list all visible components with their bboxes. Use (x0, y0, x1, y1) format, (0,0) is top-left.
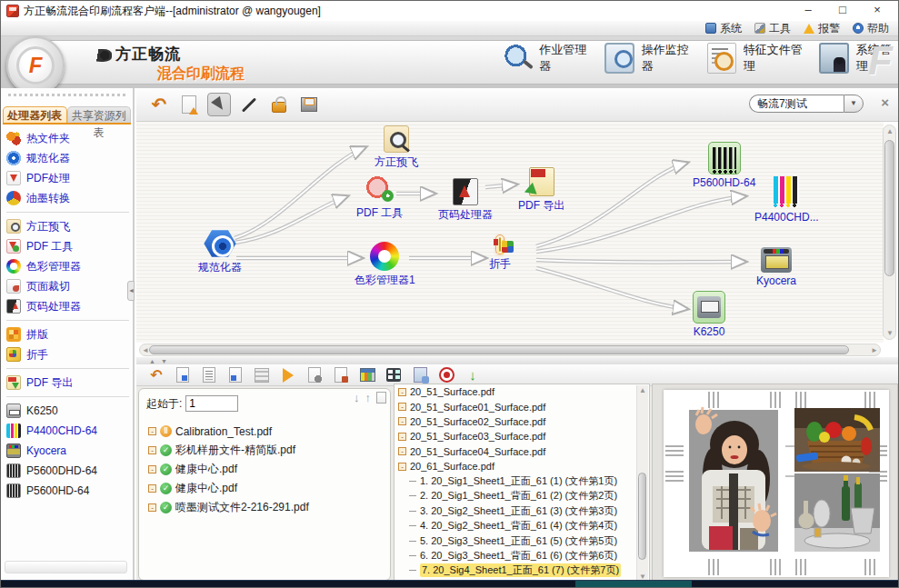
undo-button[interactable]: ↶ (147, 93, 171, 116)
close-button[interactable]: × (862, 3, 893, 19)
expand-icon[interactable]: - (398, 447, 406, 455)
expand-icon[interactable]: - (148, 484, 156, 493)
panel-splitter[interactable]: ▲ ▼ (136, 357, 899, 364)
node-pagenum[interactable]: 页码处理器 (438, 178, 493, 223)
sidebar-item-ink-convert[interactable]: 油墨转换 (6, 188, 133, 208)
job-grid-button[interactable] (253, 366, 271, 384)
sidebar-item-kyocera[interactable]: Kyocera (6, 441, 133, 461)
page-preview-panel[interactable] (652, 384, 898, 583)
surface-page-row[interactable]: 2. 20_Sig1_Sheet1_背面_61 (2) (文件第2页) (395, 489, 649, 503)
job-list-view-button[interactable] (385, 366, 403, 384)
job-table-view-button[interactable] (358, 366, 376, 384)
job-file-row[interactable]: -✓彩机样册文件-精简版.pdf (148, 441, 386, 460)
job-manager-button[interactable]: 作业管理器 (503, 42, 592, 75)
sidebar-item-page-number[interactable]: 页码处理器 (6, 296, 133, 316)
sidebar-item-p5600dhd[interactable]: P5600DHD-64 (6, 461, 133, 481)
sidebar-item-page-crop[interactable]: 页面裁切 (6, 276, 133, 296)
sidebar-collapse-handle[interactable]: ◄ (127, 281, 135, 301)
sidebar-item-color-manager[interactable]: 色彩管理器 (6, 256, 133, 276)
move-up-icon[interactable]: ↑ (365, 391, 372, 404)
job-doc-lines-button[interactable] (200, 366, 218, 384)
sidebar-item-p5600hd[interactable]: P5600HD-64 (6, 481, 133, 501)
surface-page-row[interactable]: 1. 20_Sig1_Sheet1_正面_61 (1) (文件第1页) (395, 473, 649, 488)
scroll-down-icon[interactable]: ▼ (885, 329, 894, 337)
scroll-up-icon[interactable]: ▲ (885, 127, 894, 135)
node-pdfexport[interactable]: PDF 导出 (518, 167, 564, 214)
sidebar-item-hotfolder[interactable]: 热文件夹 (6, 128, 133, 148)
canvas-vertical-scrollbar[interactable]: ▲ ▼ (883, 125, 896, 340)
menu-system[interactable]: 系统 (705, 21, 742, 36)
job-start-button[interactable] (279, 366, 297, 384)
save-button[interactable] (297, 93, 321, 116)
surface-root-row[interactable]: -20_51_Surface01_Surface.pdf (395, 399, 649, 414)
job-undo-button[interactable]: ↶ (147, 366, 165, 384)
node-colormgr[interactable]: 色彩管理器1 (355, 242, 415, 288)
surface-page-row[interactable]: 6. 20_Sig3_Sheet1_背面_61 (6) (文件第6页) (395, 548, 649, 563)
workflow-selector[interactable]: 畅流7测试 ▼ (749, 95, 864, 113)
node-pdftool[interactable]: PDF 工具 (356, 176, 403, 221)
start-at-input[interactable] (185, 395, 238, 412)
new-workflow-button[interactable] (177, 93, 201, 116)
surface-root-row[interactable]: -20_51_Surface02_Surface.pdf (395, 414, 649, 429)
canvas-horizontal-scrollbar[interactable]: ◄ ► (139, 344, 881, 356)
tab-shared-resources[interactable]: 共享资源列表 (67, 106, 132, 123)
canvas-hscroll-thumb[interactable] (149, 345, 849, 354)
surface-page-row[interactable]: 4. 20_Sig2_Sheet1_背面_61 (4) (文件第4页) (395, 519, 649, 533)
node-kyocera[interactable]: Kyocera (756, 247, 796, 287)
line-tool-button[interactable] (237, 93, 261, 116)
workflow-canvas[interactable]: 方正预飞 PDF 工具 页码处理器 PDF 导出 规范化器 色彩管理器1 折手 (136, 122, 884, 343)
surface-scroll-thumb[interactable] (638, 473, 646, 560)
surface-page-row[interactable]: 5. 20_Sig3_Sheet1_正面_61 (5) (文件第5页) (395, 533, 649, 548)
surface-root-row[interactable]: -20_61_Surface.pdf (395, 459, 649, 473)
expand-icon[interactable]: - (398, 463, 406, 471)
expand-icon[interactable]: - (148, 427, 156, 435)
surface-page-row[interactable]: 3. 20_Sig2_Sheet1_正面_61 (3) (文件第3页) (395, 503, 649, 518)
menu-help[interactable]: 帮助 (853, 21, 889, 36)
node-p4400[interactable]: P4400CHD... (754, 176, 819, 224)
node-preflight[interactable]: 方正预飞 (375, 125, 418, 170)
expand-icon[interactable]: - (148, 446, 156, 454)
job-record-button[interactable] (437, 366, 455, 384)
expand-icon[interactable]: - (148, 503, 156, 512)
new-page-icon[interactable] (376, 392, 386, 404)
job-file-row[interactable]: -‖Calibration_Test.pdf (148, 422, 386, 441)
scroll-right-icon[interactable]: ► (871, 346, 878, 354)
splitter-collapse-up-icon[interactable]: ▲ (149, 358, 155, 364)
scroll-up-icon[interactable]: ▲ (638, 386, 647, 394)
splitter-collapse-down-icon[interactable]: ▼ (161, 358, 167, 364)
expand-icon[interactable]: - (398, 433, 406, 441)
chevron-down-icon[interactable]: ▼ (844, 95, 864, 113)
menu-tools[interactable]: 工具 (754, 21, 791, 36)
minimize-button[interactable]: – (793, 3, 824, 19)
surface-root-row[interactable]: -20_51_Surface04_Surface.pdf (395, 444, 649, 459)
job-doc-button[interactable] (174, 366, 192, 384)
sidebar-item-preflight[interactable]: 方正预飞 (6, 216, 133, 236)
menu-alarm[interactable]: 报警 (804, 21, 840, 36)
node-p5600hd[interactable]: P5600HD-64 (693, 142, 755, 189)
sidebar-item-normalizer[interactable]: 规范化器 (6, 148, 133, 168)
node-k6250[interactable]: K6250 (693, 291, 725, 338)
sidebar-item-k6250[interactable]: K6250 (6, 401, 133, 421)
select-tool-button[interactable] (207, 93, 231, 116)
surface-page-row-selected[interactable]: 7. 20_Sig4_Sheet1_正面_61 (7) (文件第7页) (395, 563, 649, 578)
job-file-row[interactable]: -✓健康中心.pdf (148, 460, 386, 479)
expand-icon[interactable]: - (398, 417, 406, 425)
workflow-close-icon[interactable]: × (881, 95, 889, 109)
sidebar-item-pdf-process[interactable]: PDF处理 (6, 168, 133, 188)
profile-manager-button[interactable]: 特征文件管理 (707, 42, 807, 75)
node-folder[interactable]: 折手 (489, 234, 511, 272)
expand-icon[interactable]: - (398, 388, 406, 396)
job-file-row[interactable]: -✓喷墨测试文件2-216-291.pdf (148, 498, 386, 517)
job-download-button[interactable]: ↓ (464, 366, 482, 384)
surface-root-row[interactable]: -20_51_Surface.pdf (395, 384, 649, 399)
job-add-button[interactable] (305, 366, 324, 384)
sidebar-item-imposition[interactable]: 拼版 (6, 324, 133, 344)
job-report-button[interactable] (411, 366, 429, 384)
node-normalizer[interactable]: 规范化器 (198, 229, 242, 275)
sidebar-drag-handle[interactable] (8, 94, 125, 105)
sidebar-item-p4400chd[interactable]: P4400CHD-64 (6, 421, 133, 441)
sidebar-item-pdf-export[interactable]: PDF 导出 (6, 373, 133, 393)
expand-icon[interactable]: - (398, 403, 406, 411)
job-doc-copy-button[interactable] (226, 366, 245, 384)
operation-monitor-button[interactable]: 操作监控器 (604, 42, 694, 75)
